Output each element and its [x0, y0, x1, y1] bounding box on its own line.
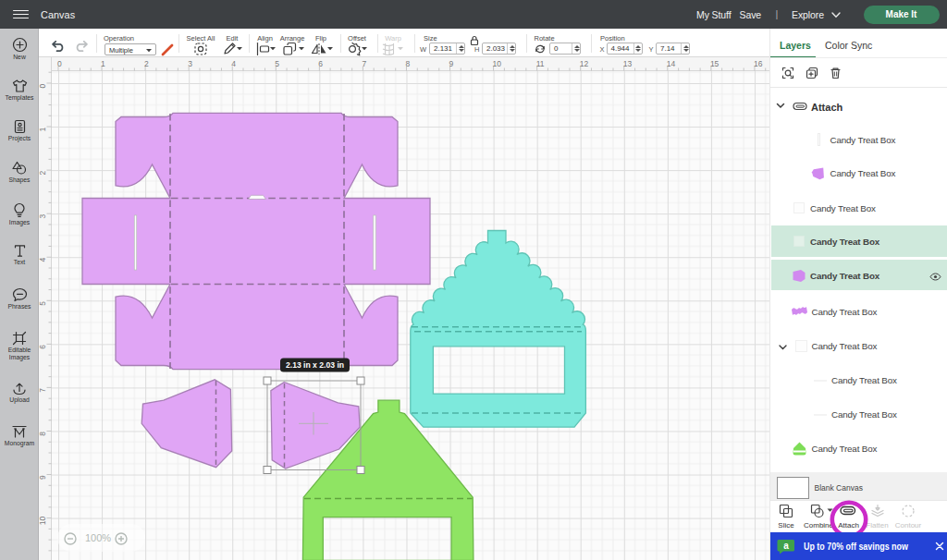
- svg-text:8: 8: [39, 432, 47, 436]
- svg-text:a: a: [783, 541, 789, 551]
- svg-text:8: 8: [405, 59, 410, 68]
- svg-text:2: 2: [39, 170, 47, 175]
- svg-text:10: 10: [39, 517, 47, 526]
- svg-text:0: 0: [57, 59, 62, 68]
- svg-text:9: 9: [449, 59, 454, 68]
- svg-text:16: 16: [754, 59, 763, 68]
- svg-text:6: 6: [318, 59, 323, 68]
- svg-text:2: 2: [144, 59, 149, 68]
- svg-text:3: 3: [39, 214, 47, 219]
- svg-text:5: 5: [275, 59, 279, 68]
- svg-text:12: 12: [580, 59, 589, 68]
- svg-text:13: 13: [623, 59, 633, 68]
- svg-text:3: 3: [188, 59, 192, 68]
- svg-text:7: 7: [39, 388, 47, 393]
- svg-text:15: 15: [710, 59, 719, 68]
- svg-text:11: 11: [536, 59, 545, 68]
- svg-text:0: 0: [39, 83, 47, 88]
- svg-text:4: 4: [231, 59, 236, 68]
- svg-text:1: 1: [39, 127, 47, 131]
- svg-text:2.13 in x 2.03 in: 2.13 in x 2.03 in: [286, 360, 344, 370]
- svg-text:5: 5: [39, 301, 47, 306]
- svg-text:9: 9: [39, 475, 47, 480]
- svg-text:10: 10: [493, 59, 502, 68]
- svg-text:4: 4: [39, 258, 47, 262]
- svg-text:1: 1: [101, 59, 105, 68]
- svg-text:14: 14: [667, 59, 676, 68]
- svg-text:6: 6: [39, 345, 47, 349]
- svg-text:7: 7: [362, 59, 366, 68]
